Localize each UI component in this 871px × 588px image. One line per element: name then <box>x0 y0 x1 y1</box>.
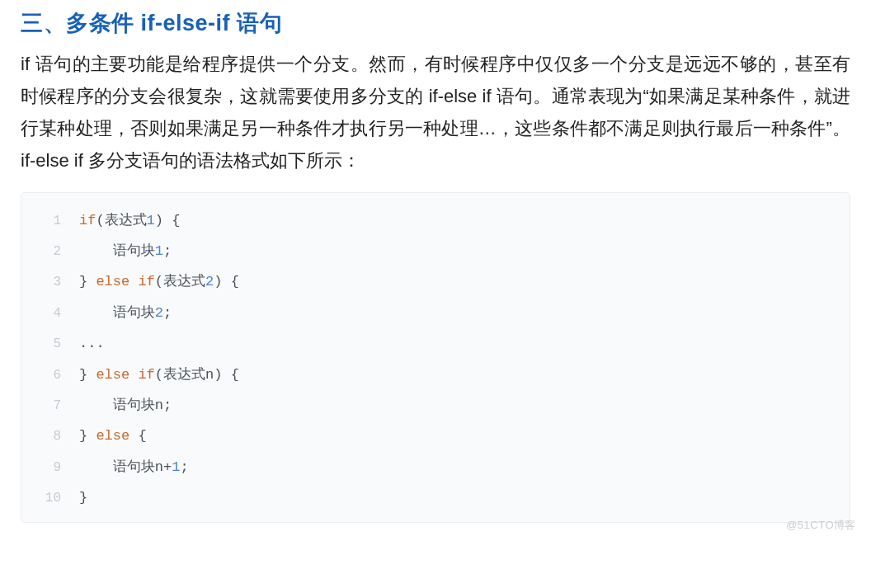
code-content: 语句块2; <box>79 298 172 328</box>
code-content: 语句块n+1; <box>79 452 189 482</box>
line-number: 2 <box>36 238 61 266</box>
code-content: } else if(表达式n) { <box>79 360 239 390</box>
code-line: 4 语句块2; <box>36 298 835 328</box>
line-number: 7 <box>36 392 61 421</box>
line-number: 9 <box>36 454 61 482</box>
code-line: 5... <box>36 328 835 359</box>
section-paragraph: if 语句的主要功能是给程序提供一个分支。然而，有时候程序中仅仅多一个分支是远远… <box>21 48 850 177</box>
code-line: 3} else if(表达式2) { <box>36 266 835 297</box>
line-number: 10 <box>36 484 61 513</box>
code-content: 语句块n; <box>79 390 172 421</box>
line-number: 1 <box>36 207 61 236</box>
watermark: @51CTO博客 <box>786 518 856 533</box>
code-block: 1if(表达式1) {2 语句块1;3} else if(表达式2) {4 语句… <box>21 192 850 523</box>
code-content: 语句块1; <box>79 236 172 266</box>
code-line: 6} else if(表达式n) { <box>36 360 835 390</box>
code-content: if(表达式1) { <box>79 205 180 236</box>
code-content: ... <box>79 328 105 359</box>
section-heading: 三、多条件 if-else-if 语句 <box>21 8 850 38</box>
line-number: 4 <box>36 299 61 328</box>
code-line: 1if(表达式1) { <box>36 205 835 236</box>
code-line: 9 语句块n+1; <box>36 452 835 482</box>
code-line: 8} else { <box>36 421 835 451</box>
line-number: 8 <box>36 422 61 451</box>
line-number: 6 <box>36 361 61 390</box>
line-number: 3 <box>36 268 61 297</box>
code-content: } else if(表达式2) { <box>79 266 239 297</box>
line-number: 5 <box>36 330 61 359</box>
code-line: 7 语句块n; <box>36 390 835 421</box>
code-content: } <box>79 482 87 513</box>
code-content: } else { <box>79 421 147 451</box>
code-line: 10} <box>36 482 835 513</box>
code-line: 2 语句块1; <box>36 236 835 266</box>
